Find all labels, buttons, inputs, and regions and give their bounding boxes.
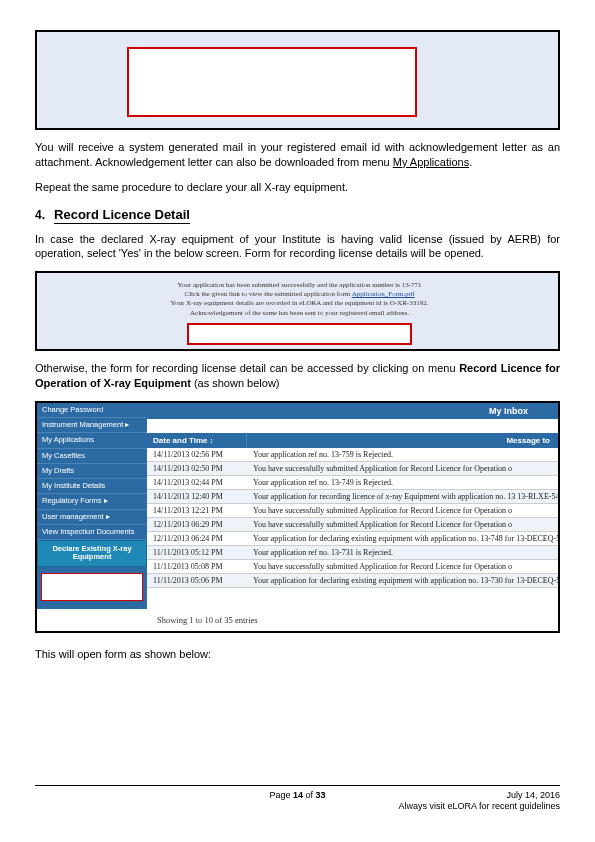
sidebar-item[interactable]: View Inspection Documents bbox=[37, 525, 147, 540]
paragraph: Repeat the same procedure to declare you… bbox=[35, 180, 560, 195]
main-panel: My Inbox Date and Time ↕ Message to 14/1… bbox=[147, 403, 558, 609]
sidebar-item-declare-equipment[interactable]: Declare Existing X-ray Equipment bbox=[37, 540, 147, 567]
paragraph: This will open form as shown below: bbox=[35, 647, 560, 662]
footer-note: Always visit eLORA for recent guidelines bbox=[398, 801, 560, 812]
page-footer: Page 14 of 33 July 14, 2016 Always visit… bbox=[35, 785, 560, 812]
cell-message: You have successfully submitted Applicat… bbox=[247, 518, 558, 531]
table-row[interactable]: 11/11/2013 05:06 PMYour application for … bbox=[147, 574, 558, 588]
figure-confirmation: Your application has been submitted succ… bbox=[35, 271, 560, 351]
cell-message: Your application for recording licence o… bbox=[247, 490, 558, 503]
table-showing: Showing 1 to 10 of 35 entries bbox=[37, 609, 558, 631]
highlight-box bbox=[127, 47, 417, 117]
sidebar-item[interactable]: My Applications bbox=[37, 433, 147, 448]
sidebar-item[interactable]: Instrument Management ▸ bbox=[37, 418, 147, 433]
text: Date and Time bbox=[153, 436, 208, 445]
col-message-header[interactable]: Message to bbox=[247, 433, 558, 448]
paragraph: You will receive a system generated mail… bbox=[35, 140, 560, 170]
table-body: 14/11/2013 02:56 PMYour application ref … bbox=[147, 448, 558, 588]
page-number: Page 14 of 33 bbox=[35, 790, 560, 800]
application-form-link: Application_Form.pdf bbox=[352, 290, 415, 298]
confirmation-message: Your application has been submitted succ… bbox=[157, 281, 442, 317]
cell-message: Your application for declaring existing … bbox=[247, 574, 558, 587]
cell-datetime: 11/11/2013 05:08 PM bbox=[147, 560, 247, 573]
sidebar-item[interactable]: My Drafts bbox=[37, 464, 147, 479]
sidebar-item[interactable]: User management ▸ bbox=[37, 510, 147, 525]
cell-message: Your application ref no. 13-731 is Rejec… bbox=[247, 546, 558, 559]
paragraph: Otherwise, the form for recording licens… bbox=[35, 361, 560, 391]
sidebar-item[interactable]: Change Password bbox=[37, 403, 147, 418]
text: Page bbox=[269, 790, 293, 800]
table-row[interactable]: 11/11/2013 05:12 PMYour application ref … bbox=[147, 546, 558, 560]
cell-datetime: 14/11/2013 02:56 PM bbox=[147, 448, 247, 461]
cell-datetime: 14/11/2013 12:40 PM bbox=[147, 490, 247, 503]
cell-datetime: 14/11/2013 02:50 PM bbox=[147, 462, 247, 475]
cell-message: Your application ref no. 13-759 is Rejec… bbox=[247, 448, 558, 461]
cell-message: Your application ref no. 13-749 is Rejec… bbox=[247, 476, 558, 489]
text: Click the given link to view the submitt… bbox=[184, 290, 351, 298]
text: 33 bbox=[316, 790, 326, 800]
table-row[interactable]: 11/11/2013 05:08 PMYou have successfully… bbox=[147, 560, 558, 574]
cell-datetime: 12/11/2013 06:29 PM bbox=[147, 518, 247, 531]
table-row[interactable]: 14/11/2013 02:50 PMYou have successfully… bbox=[147, 462, 558, 476]
text: (as shown below) bbox=[191, 377, 280, 389]
figure-inbox-screenshot: Change PasswordInstrument Management ▸My… bbox=[35, 401, 560, 633]
table-row[interactable]: 12/11/2013 06:24 PMYour application for … bbox=[147, 532, 558, 546]
cell-message: You have successfully submitted Applicat… bbox=[247, 504, 558, 517]
text: 14 bbox=[293, 790, 303, 800]
table-row[interactable]: 14/11/2013 12:40 PMYour application for … bbox=[147, 490, 558, 504]
sidebar-item[interactable]: My Casefiles bbox=[37, 449, 147, 464]
inbox-title: My Inbox bbox=[147, 403, 558, 419]
col-date-header[interactable]: Date and Time ↕ bbox=[147, 433, 247, 448]
cell-message: You have successfully submitted Applicat… bbox=[247, 462, 558, 475]
text: . bbox=[469, 156, 472, 168]
text: Acknowledgement of the same has been sen… bbox=[157, 309, 442, 318]
text: of bbox=[303, 790, 316, 800]
text: Click the given link to view the submitt… bbox=[157, 290, 442, 299]
text: You will receive a system generated mail… bbox=[35, 141, 560, 168]
text: Your X-ray equipment details are recorde… bbox=[157, 299, 442, 308]
table-row[interactable]: 14/11/2013 02:56 PMYour application ref … bbox=[147, 448, 558, 462]
paragraph: In case the declared X-ray equipment of … bbox=[35, 232, 560, 262]
table-header: Date and Time ↕ Message to bbox=[147, 433, 558, 448]
sidebar-item[interactable]: Regulatory Forms ▸ bbox=[37, 494, 147, 509]
cell-datetime: 11/11/2013 05:06 PM bbox=[147, 574, 247, 587]
text: Otherwise, the form for recording licens… bbox=[35, 362, 459, 374]
my-applications-link: My Applications bbox=[393, 156, 469, 168]
section-number: 4. bbox=[35, 208, 45, 222]
section-heading: 4. Record Licence Detail bbox=[35, 207, 560, 222]
cell-datetime: 14/11/2013 12:21 PM bbox=[147, 504, 247, 517]
sidebar-item[interactable]: My Institute Details bbox=[37, 479, 147, 494]
cell-message: You have successfully submitted Applicat… bbox=[247, 560, 558, 573]
cell-message: Your application for declaring existing … bbox=[247, 532, 558, 545]
table-row[interactable]: 14/11/2013 02:44 PMYour application ref … bbox=[147, 476, 558, 490]
section-title: Record Licence Detail bbox=[54, 207, 190, 224]
sort-icon: ↕ bbox=[210, 437, 214, 444]
text: Your application has been submitted succ… bbox=[157, 281, 442, 290]
cell-datetime: 12/11/2013 06:24 PM bbox=[147, 532, 247, 545]
table-row[interactable]: 14/11/2013 12:21 PMYou have successfully… bbox=[147, 504, 558, 518]
cell-datetime: 14/11/2013 02:44 PM bbox=[147, 476, 247, 489]
cell-datetime: 11/11/2013 05:12 PM bbox=[147, 546, 247, 559]
sidebar: Change PasswordInstrument Management ▸My… bbox=[37, 403, 147, 609]
figure-placeholder-1 bbox=[35, 30, 560, 130]
highlight-box bbox=[41, 573, 143, 601]
highlight-box bbox=[187, 323, 412, 345]
table-row[interactable]: 12/11/2013 06:29 PMYou have successfully… bbox=[147, 518, 558, 532]
